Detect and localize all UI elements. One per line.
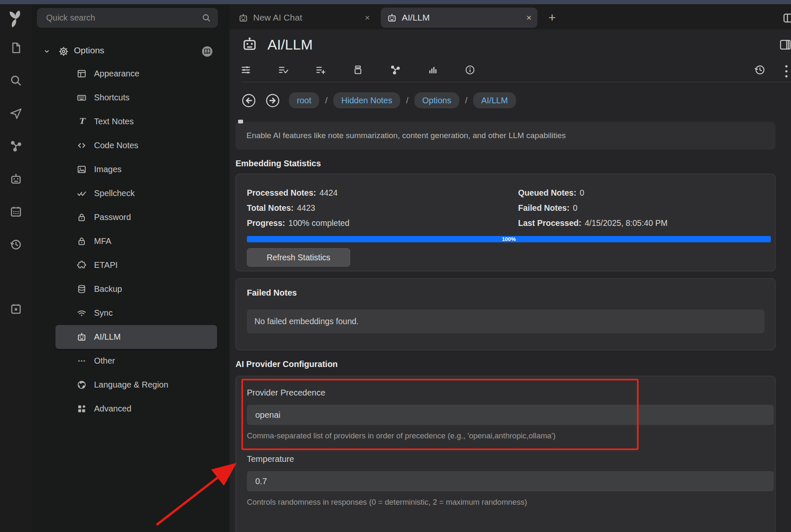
forward-icon[interactable] <box>265 93 280 108</box>
keyboard-icon <box>76 92 87 103</box>
temperature-hint: Controls randomness in responses (0 = de… <box>247 498 773 507</box>
robot-icon <box>241 35 258 52</box>
sidebar-item-spellcheck[interactable]: Spellcheck <box>55 181 217 205</box>
note-actions-menu-icon[interactable] <box>782 63 791 76</box>
embedding-statistics-heading: Embedding Statistics <box>236 159 775 168</box>
text-icon: T <box>76 116 87 127</box>
sidebar-item-text-notes[interactable]: T Text Notes <box>55 110 217 134</box>
sidebar-item-code-notes[interactable]: Code Notes <box>55 134 217 157</box>
components-icon <box>76 404 87 414</box>
owned-attributes-icon[interactable] <box>278 64 289 76</box>
progress-bar-label: 100% <box>247 236 771 242</box>
sidebar-item-password[interactable]: Password <box>55 205 217 229</box>
breadcrumb-options[interactable]: Options <box>414 92 459 108</box>
wifi-icon <box>76 308 87 318</box>
tab-new-ai-chat[interactable]: New AI Chat × <box>232 8 376 28</box>
lock-icon <box>76 236 87 246</box>
sidebar-item-shortcuts[interactable]: Shortcuts <box>55 86 217 110</box>
embedding-statistics-panel: Processed Notes:4424 Total Notes:4423 Pr… <box>236 174 775 271</box>
sidebar-item-mfa[interactable]: MFA <box>55 229 217 253</box>
right-pane-toggle-icon[interactable] <box>779 38 791 51</box>
globe-icon <box>76 380 87 390</box>
launcher-rail <box>0 4 32 532</box>
search-icon[interactable] <box>9 74 23 87</box>
image-icon <box>76 164 87 175</box>
temperature-input[interactable] <box>247 471 774 491</box>
sidebar-item-sync[interactable]: Sync <box>55 301 217 325</box>
double-check-icon <box>76 188 87 199</box>
tab-bar: New AI Chat × AI/LLM × + <box>230 4 791 29</box>
trilium-logo <box>6 9 26 29</box>
database-icon <box>76 284 87 294</box>
options-tree: Appearance Shortcuts T Text Notes <box>32 62 230 421</box>
gear-icon <box>58 46 69 57</box>
breadcrumb-root[interactable]: root <box>289 92 319 108</box>
similar-notes-chart-icon[interactable] <box>427 64 438 76</box>
sidebar-item-images[interactable]: Images <box>55 157 217 181</box>
options-content: Enable AI features like note summarizati… <box>230 113 791 532</box>
back-icon[interactable] <box>241 93 257 108</box>
puzzle-icon <box>76 260 87 270</box>
note-map-icon[interactable] <box>390 64 401 76</box>
tab-ai-llm[interactable]: AI/LLM × <box>381 8 537 28</box>
close-tab-icon[interactable]: × <box>526 13 532 23</box>
new-tab-button[interactable]: + <box>544 9 561 26</box>
inherited-attributes-icon[interactable] <box>315 64 326 76</box>
code-icon <box>76 140 87 151</box>
tree-item-options[interactable]: Options <box>32 42 230 62</box>
contextual-help-icon[interactable] <box>202 46 213 57</box>
ai-provider-configuration-heading: AI Provider Configuration <box>236 359 775 369</box>
header-divider <box>241 82 791 82</box>
chevron-down-icon[interactable] <box>42 47 52 56</box>
provider-precedence-label: Provider Precedence <box>247 388 773 398</box>
jump-to-note-icon[interactable] <box>9 107 23 120</box>
sidebar-item-backup[interactable]: Backup <box>55 277 217 301</box>
breadcrumb-hidden-notes[interactable]: Hidden Notes <box>333 92 400 108</box>
robot-icon <box>76 332 87 342</box>
note-title[interactable]: AI/LLM <box>267 37 313 53</box>
robot-icon <box>238 13 249 23</box>
ai-features-banner: Enable AI features like note summarizati… <box>236 122 775 149</box>
note-revisions-icon[interactable] <box>754 63 766 76</box>
close-tab-icon[interactable]: × <box>365 13 370 23</box>
note-tree-sidebar: Options Appearance <box>32 4 230 532</box>
processed-notes-stat: Processed Notes:4424 <box>247 185 518 200</box>
note-detail: AI/LLM <box>230 29 791 532</box>
total-notes-stat: Total Notes:4423 <box>247 200 518 215</box>
provider-precedence-input[interactable] <box>247 405 774 425</box>
sidebar-item-other[interactable]: Other <box>55 349 217 373</box>
calendar-icon[interactable] <box>9 205 23 218</box>
sidebar-item-advanced[interactable]: Advanced <box>55 397 217 421</box>
layout-icon <box>76 68 87 79</box>
sidebar-item-appearance[interactable]: Appearance <box>55 62 217 86</box>
refresh-statistics-button[interactable]: Refresh Statistics <box>247 248 350 267</box>
ai-provider-panel: Provider Precedence Comma-separated list… <box>236 376 775 532</box>
note-info-archive-icon[interactable] <box>352 64 364 76</box>
provider-precedence-hint: Comma-separated list of providers in ord… <box>247 431 773 440</box>
ellipsis-icon <box>76 356 87 366</box>
quick-search[interactable] <box>37 8 218 28</box>
ai-chat-icon[interactable] <box>9 172 23 186</box>
breadcrumb-ai-llm[interactable]: AI/LLM <box>473 92 516 108</box>
sidebar-item-language-region[interactable]: Language & Region <box>55 373 217 397</box>
temperature-label: Temperature <box>247 454 773 464</box>
breadcrumb: root / Hidden Notes / Options / AI/LLM <box>241 90 516 111</box>
basic-properties-icon[interactable] <box>240 64 251 76</box>
window-controls-icon[interactable] <box>782 12 791 24</box>
new-note-icon[interactable] <box>9 41 23 55</box>
failed-notes-heading: Failed Notes <box>247 288 773 298</box>
breadcrumb-separator: / <box>325 96 327 105</box>
search-icon[interactable] <box>202 13 211 23</box>
info-icon[interactable] <box>464 64 476 76</box>
sidebar-item-ai-llm[interactable]: AI/LLM <box>55 325 217 349</box>
note-map-icon[interactable] <box>9 139 23 153</box>
sidebar-item-etapi[interactable]: ETAPI <box>55 253 217 277</box>
embedding-progress-bar: 100% <box>247 236 771 242</box>
quick-search-input[interactable] <box>37 8 218 28</box>
ribbon-toolbar <box>240 64 502 76</box>
recent-changes-icon[interactable] <box>9 238 23 251</box>
bookmarks-icon[interactable] <box>9 302 23 316</box>
scroll-cut-checkbox <box>238 120 243 123</box>
failed-notes-stat: Failed Notes:0 <box>518 200 773 215</box>
main-pane: New AI Chat × AI/LLM × + <box>230 4 791 532</box>
